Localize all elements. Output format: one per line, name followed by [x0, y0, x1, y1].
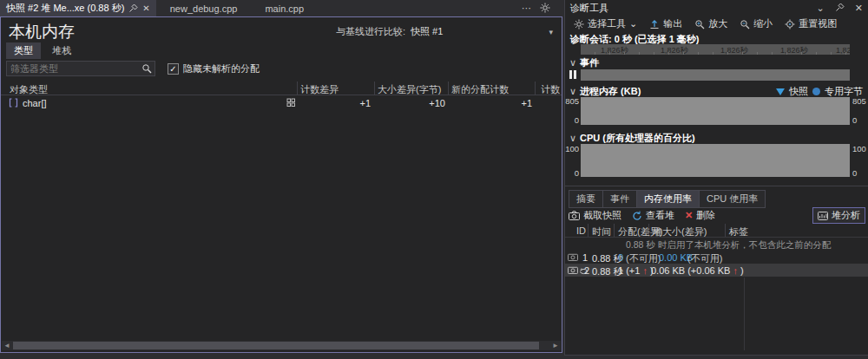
col-count-diff[interactable]: 计数差异 [300, 83, 339, 96]
heap-diff-text: 0.06 KB (+0.06 KB [651, 265, 730, 276]
zoom-in-button[interactable]: 放大 [690, 17, 732, 30]
view-heap-button[interactable]: 查看堆 [632, 209, 674, 222]
col-size-diff[interactable]: 大小差异(字节) [378, 83, 441, 96]
panel-title: 诊断工具 [570, 2, 608, 15]
reset-view-icon [785, 19, 795, 29]
tab-new-debug-cpp[interactable]: new_debug.cpp [156, 0, 252, 16]
alloc-count-link[interactable]: 0 [618, 252, 623, 263]
timeline-ruler[interactable]: 1,826秒 1,826秒 1,826秒 1,826秒 1,826秒 [581, 44, 850, 55]
size-diff-value: +10 [374, 98, 445, 108]
tab-main-label: main.cpp [265, 3, 304, 14]
table-row[interactable]: char[] +1 +10 +1 [1, 96, 562, 110]
delete-snapshot-button[interactable]: ✕ 删除 [685, 209, 715, 222]
select-tool-label: 选择工具 [588, 17, 626, 30]
zoom-out-button[interactable]: 缩小 [735, 17, 777, 30]
col-tag[interactable]: 标签 [729, 225, 748, 238]
alloc-diff-text: 1 (+1 [618, 265, 640, 276]
native-memory-document: 本机内存 与基线进行比较: 快照 #1 ▾ 类型 堆栈 ✓ 隐藏未解析的分配 [0, 16, 562, 353]
zoom-in-icon [694, 19, 705, 29]
view-instances-icon[interactable] [286, 98, 296, 108]
hide-unresolved-label: 隐藏未解析的分配 [183, 62, 260, 75]
output-icon [649, 19, 660, 29]
take-snapshot-button[interactable]: 截取快照 [569, 209, 621, 222]
collapse-chevron-icon[interactable]: ∨ [569, 57, 576, 68]
events-section-header[interactable]: ∨事件 [569, 56, 599, 69]
hide-unresolved-checkbox[interactable]: ✓ [168, 63, 179, 75]
baseline-snapshot-select[interactable]: 快照 #1 ▾ [411, 25, 553, 38]
view-mode-tabs: 类型 堆栈 [6, 42, 79, 59]
cpu-section-header[interactable]: ∨CPU (所有处理器的百分比) [569, 132, 695, 145]
snapshot-id: 2 [574, 265, 589, 276]
col-time[interactable]: 时间 [592, 225, 611, 238]
panel-titlebar[interactable]: 诊断工具 ⌄ ✕ [565, 0, 868, 16]
refresh-icon [632, 211, 642, 221]
col-id[interactable]: ID [576, 225, 586, 236]
snapshot-row-1[interactable]: 1 0.88 秒 0 (不可用) 0.00 KB (不可用) [565, 251, 868, 264]
zoom-in-label: 放大 [708, 17, 727, 30]
alloc-count-diff[interactable]: 1 (+1 ↑ ) [618, 265, 654, 276]
heap-diff-close: ) [740, 265, 744, 276]
pin-icon[interactable] [128, 3, 138, 13]
close-icon[interactable]: ✕ [855, 3, 863, 14]
zoom-out-icon [740, 19, 750, 29]
tab-snapshot-diff[interactable]: 快照 #2 堆 Me...xe (0.88 秒) ✕ [0, 0, 156, 16]
cpu-axis-min-right: 0 [852, 168, 866, 178]
collapse-chevron-icon[interactable]: ∨ [569, 86, 576, 96]
scroll-left-icon[interactable]: ◄ [2, 341, 12, 350]
col-count[interactable]: 计数 [541, 83, 560, 96]
memory-axis-min-right: 0 [852, 115, 866, 125]
search-icon[interactable] [141, 63, 152, 74]
col-heap-size-diff[interactable]: 堆大小(差异) [653, 225, 707, 238]
diagnostic-tools-panel: 诊断工具 ⌄ ✕ 选择工具 ⌄ 输出 放大 缩小 重置视图 [564, 0, 868, 356]
tab-summary[interactable]: 摘要 [569, 190, 602, 208]
events-section-label: 事件 [580, 57, 599, 68]
tab-main-cpp[interactable]: main.cpp [251, 0, 318, 16]
select-tool-dropdown[interactable]: 选择工具 ⌄ [569, 17, 641, 30]
tab-stacks[interactable]: 堆栈 [44, 42, 79, 59]
col-object-type[interactable]: 对象类型 [10, 83, 48, 96]
horizontal-scrollbar[interactable]: ◄ ► [2, 341, 561, 350]
tab-events[interactable]: 事件 [602, 190, 636, 208]
tab-cpu-usage[interactable]: CPU 使用率 [699, 190, 766, 208]
cpu-usage-chart[interactable] [581, 144, 850, 177]
cpu-axis-max-right: 100 [852, 144, 866, 153]
scroll-right-icon[interactable]: ► [550, 341, 561, 350]
events-track[interactable] [581, 69, 850, 81]
reset-view-button[interactable]: 重置视图 [780, 17, 841, 30]
tab-memory-usage[interactable]: 内存使用率 [636, 190, 699, 208]
snapshot-toolbar: 截取快照 查看堆 ✕ 删除 堆分析 [569, 207, 865, 224]
tab-overflow-icon[interactable]: ⋯ [522, 3, 531, 14]
delete-label: 删除 [696, 209, 715, 222]
private-bytes-dot-icon [812, 88, 820, 95]
heap-analysis-notice: 0.88 秒 时启用了本机堆分析，不包含此之前的分配 [626, 239, 831, 251]
close-tab-icon[interactable]: ✕ [142, 3, 149, 13]
heap-analysis-icon [818, 212, 828, 220]
tab-types[interactable]: 类型 [6, 42, 41, 59]
detail-tabs: 摘要 事件 内存使用率 CPU 使用率 [569, 190, 766, 208]
memory-section-header[interactable]: ∨进程内存 (KB) [569, 85, 641, 98]
diagnostics-toolbar: 选择工具 ⌄ 输出 放大 缩小 重置视图 [565, 16, 868, 31]
memory-legend: 快照 专用字节 [776, 85, 863, 98]
col-new-alloc-count[interactable]: 新的分配计数 [451, 83, 509, 96]
output-button[interactable]: 输出 [645, 17, 687, 30]
snapshot-marker-icon [776, 88, 785, 95]
camera-icon [569, 211, 580, 220]
heap-size-diff[interactable]: 0.06 KB (+0.06 KB ↑ ) [651, 265, 744, 276]
window-menu-chevron-icon[interactable]: ⌄ [817, 3, 825, 14]
snapshot-row-2[interactable]: 2 0.88 秒 1 (+1 ↑ ) 0.06 KB (+0.06 KB ↑ ) [565, 264, 868, 277]
page-title: 本机内存 [9, 21, 75, 43]
filter-types-input[interactable] [7, 63, 141, 74]
array-type-icon [9, 98, 18, 108]
snapshot-table-header: ID 时间 分配(差异) 堆大小(差异) 标签 [565, 224, 868, 238]
hide-unresolved-option: ✓ 隐藏未解析的分配 [168, 62, 260, 75]
memory-usage-chart[interactable] [581, 97, 850, 125]
collapse-chevron-icon[interactable]: ∨ [569, 133, 576, 143]
pin-icon[interactable] [835, 3, 845, 14]
output-label: 输出 [663, 17, 682, 30]
document-settings-gear-icon[interactable] [540, 3, 550, 15]
scrollbar-thumb[interactable] [13, 342, 539, 349]
heap-analysis-button[interactable]: 堆分析 [812, 207, 865, 224]
view-heap-label: 查看堆 [646, 209, 674, 222]
zoom-out-label: 缩小 [753, 17, 773, 30]
tab-snapshot-label: 快照 #2 堆 Me...xe (0.88 秒) [6, 2, 124, 15]
